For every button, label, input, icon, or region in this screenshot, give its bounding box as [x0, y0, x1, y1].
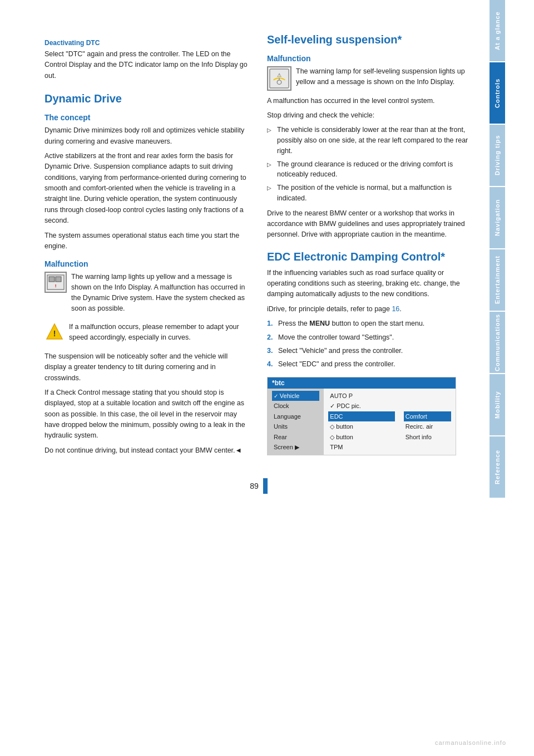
- malfunction-para3: Do not continue driving, but instead con…: [44, 445, 250, 456]
- screen-diamond2: ◇ button: [328, 432, 394, 443]
- triangle-warning-text: If a malfunction occurs, please remember…: [69, 322, 250, 343]
- malfunction-subtitle-left: Malfunction: [44, 259, 250, 268]
- screen-tpm: TPM: [328, 442, 394, 453]
- screen-mid-col: AUTO P ✓ PDC pic. EDC ◇ button ◇ button …: [324, 389, 399, 455]
- edc-step-1: 1. Press the MENU button to open the sta…: [267, 318, 473, 329]
- edc-steps-list: 1. Press the MENU button to open the sta…: [267, 318, 473, 370]
- screen-edc: EDC: [328, 411, 394, 422]
- dynamic-drive-title: Dynamic Drive: [44, 92, 250, 105]
- triangle-warning-box: ! If a malfunction occurs, please rememb…: [44, 322, 250, 347]
- edc-screen-image: *btc Vehicle Clock Language Units Rear S…: [267, 377, 456, 455]
- bullet-item-3: The position of the vehicle is normal, b…: [267, 183, 473, 204]
- self-leveling-bullet-list: The vehicle is considerably lower at the…: [267, 125, 473, 203]
- screen-left-col: Vehicle Clock Language Units Rear Screen…: [268, 389, 324, 455]
- left-column: Deactivating DTC Select "DTC" again and …: [44, 33, 250, 462]
- screen-rear: Rear: [272, 432, 319, 443]
- main-content: Deactivating DTC Select "DTC" again and …: [0, 0, 490, 756]
- sidebar-tab-communications[interactable]: Communications: [490, 312, 505, 373]
- screen-pdc: ✓ PDC pic.: [328, 401, 394, 411]
- sidebar: At a glance Controls Driving tips Naviga…: [490, 0, 507, 756]
- concept-para1: Dynamic Drive minimizes body roll and op…: [44, 125, 250, 147]
- right-column: Self-leveling suspension* Malfunction ⚠: [267, 33, 473, 462]
- concept-para2: Active stabilizers at the front and rear…: [44, 151, 250, 227]
- two-column-layout: Deactivating DTC Select "DTC" again and …: [44, 33, 473, 462]
- deactivating-dtc-title: Deactivating DTC: [44, 39, 250, 47]
- bullet-item-1: The vehicle is considerably lower at the…: [267, 125, 473, 156]
- self-leveling-warning-box: ⚠ The warning lamp for self-leveling sus…: [267, 66, 473, 91]
- screen-r2: [404, 401, 451, 411]
- malfunction-para2: If a Check Control message stating that …: [44, 387, 250, 441]
- svg-text:⚠: ⚠: [277, 72, 281, 78]
- screen-comfort: Comfort: [404, 411, 451, 422]
- sidebar-tab-reference[interactable]: Reference: [490, 436, 505, 498]
- malfunction-warning-text: The warning lamp lights up yellow and a …: [71, 272, 250, 313]
- sidebar-tab-navigation[interactable]: Navigation: [490, 187, 505, 248]
- svg-text:!: !: [53, 329, 56, 338]
- screen-header: *btc: [268, 377, 456, 389]
- watermark: carmanualsonline.info: [435, 739, 506, 746]
- concept-subtitle: The concept: [44, 113, 250, 122]
- self-leveling-warning-text: The warning lamp for self-leveling suspe…: [296, 66, 473, 87]
- screen-r6: [404, 442, 451, 453]
- self-leveling-warning-icon: ⚠: [267, 66, 291, 91]
- sidebar-tab-driving-tips[interactable]: Driving tips: [490, 125, 505, 186]
- screen-units: Units: [272, 421, 319, 432]
- edc-title: EDC Electronic Damping Control*: [267, 251, 473, 263]
- self-leveling-section: Self-leveling suspension* Malfunction ⚠: [267, 33, 473, 240]
- self-leveling-para2: Stop driving and check the vehicle:: [267, 110, 473, 121]
- self-leveling-malfunction-subtitle: Malfunction: [267, 54, 473, 63]
- page-container: Deactivating DTC Select "DTC" again and …: [0, 0, 534, 756]
- screen-vehicle: Vehicle: [272, 391, 319, 401]
- concept-para3: The system assumes operational status ea…: [44, 230, 250, 252]
- edc-step-2: 2. Move the controller toward "Settings"…: [267, 332, 473, 343]
- screen-r1: [404, 391, 451, 401]
- screen-shortinfo: Short info: [404, 432, 451, 443]
- warning-lamp-icon: !: [44, 272, 67, 293]
- edc-step-4: 4. Select "EDC" and press the controller…: [267, 359, 473, 370]
- sidebar-tab-at-a-glance[interactable]: At a glance: [490, 0, 505, 61]
- svg-rect-2: [56, 277, 61, 282]
- edc-idrive-ref: iDrive, for principle details, refer to …: [267, 304, 473, 315]
- sidebar-tab-mobility[interactable]: Mobility: [490, 374, 505, 435]
- bullet-item-2: The ground clearance is reduced or the d…: [267, 159, 473, 180]
- page-number-bar: [263, 478, 268, 494]
- screen-autop: AUTO P: [328, 391, 394, 401]
- malfunction-para1: The suspension will be noticeably softer…: [44, 351, 250, 384]
- screen-screen: Screen ▶: [272, 442, 319, 453]
- screen-diamond1: ◇ button: [328, 421, 394, 432]
- malfunction-warning-box: ! The warning lamp lights up yellow and …: [44, 272, 250, 317]
- screen-language: Language: [272, 411, 319, 422]
- edc-section: EDC Electronic Damping Control* If the i…: [267, 251, 473, 455]
- dynamic-drive-section: Dynamic Drive The concept Dynamic Drive …: [44, 92, 250, 456]
- svg-text:!: !: [55, 283, 57, 288]
- self-leveling-para1: A malfunction has occurred in the level …: [267, 96, 473, 106]
- self-leveling-title: Self-leveling suspension*: [267, 33, 473, 46]
- self-leveling-para3: Drive to the nearest BMW center or a wor…: [267, 208, 473, 240]
- triangle-warning-icon: !: [44, 322, 65, 342]
- edc-para1: If the influencing variables such as roa…: [267, 268, 473, 300]
- idrive-page-link[interactable]: 16: [392, 305, 399, 313]
- screen-body: Vehicle Clock Language Units Rear Screen…: [268, 389, 456, 455]
- screen-clock: Clock: [272, 401, 319, 411]
- page-number: 89: [250, 482, 259, 490]
- sidebar-tab-controls[interactable]: Controls: [490, 62, 505, 124]
- edc-step-3: 3. Select "Vehicle" and press the contro…: [267, 346, 473, 356]
- page-number-container: 89: [44, 478, 473, 494]
- screen-right-col: Comfort Recirc. air Short info: [399, 389, 456, 455]
- deactivating-dtc-body: Select "DTC" again and press the control…: [44, 49, 250, 81]
- svg-rect-1: [49, 277, 55, 282]
- sidebar-tab-entertainment[interactable]: Entertainment: [490, 249, 505, 311]
- screen-recirc: Recirc. air: [404, 421, 451, 432]
- deactivating-dtc-section: Deactivating DTC Select "DTC" again and …: [44, 39, 250, 81]
